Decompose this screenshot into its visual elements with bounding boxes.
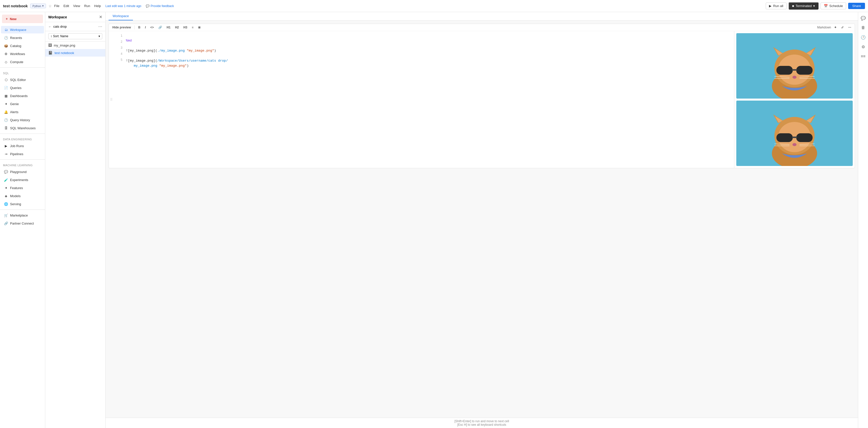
delete-icon[interactable]: 🗑 <box>859 24 867 32</box>
file-name: my_image.png <box>54 44 75 47</box>
sidebar-item-query-history[interactable]: 🕐 Query History <box>1 116 44 124</box>
h3-button[interactable]: H3 <box>182 25 189 30</box>
list-button[interactable]: ≡ <box>190 25 195 30</box>
compute-icon: ◇ <box>4 60 8 64</box>
star-button[interactable]: ☆ <box>49 4 52 8</box>
sort-selector[interactable]: ↕ Sort: Name ▾ <box>48 33 102 39</box>
hide-preview-button[interactable]: Hide preview <box>111 25 132 30</box>
sidebar-item-serving[interactable]: 🌐 Serving <box>1 200 44 208</box>
sidebar-item-job-runs[interactable]: ▶ Job Runs <box>1 142 44 150</box>
sql-section-label: SQL <box>0 69 45 76</box>
menu-view[interactable]: View <box>73 4 80 8</box>
notebook-area: Hide preview B I <> 🔗 H1 H2 H3 ≡ ≣ Markd… <box>105 21 858 418</box>
sidebar-item-sql-editor[interactable]: ⬡ SQL Editor <box>1 76 44 84</box>
ordered-list-button[interactable]: ≣ <box>196 25 202 30</box>
new-button[interactable]: ＋ New <box>2 15 43 23</box>
terminated-button[interactable]: ■ Terminated ▾ <box>788 2 818 9</box>
language-selector[interactable]: Python ▾ <box>30 3 46 8</box>
nav-sidebar: ＋ New 🗂 Workspace 🕐 Recents 📦 Catalog ⚙ … <box>0 12 45 428</box>
sidebar-item-models[interactable]: ◈ Models <box>1 192 44 200</box>
sql-editor-icon: ⬡ <box>4 78 8 82</box>
file-panel: Workspace ✕ ← cats drop ⋯ ↕ Sort: Name ▾… <box>45 12 105 428</box>
file-item[interactable]: 🖼 my_image.png <box>45 41 105 49</box>
sidebar-item-playground[interactable]: 💬 Playground <box>1 168 44 175</box>
breadcrumb-name: cats drop <box>53 25 67 28</box>
sidebar-item-pipelines[interactable]: ⇒ Pipelines <box>1 150 44 158</box>
sidebar-item-recents[interactable]: 🕐 Recents <box>1 34 44 41</box>
sort-bar: ↕ Sort: Name ▾ <box>45 31 105 41</box>
job-runs-icon: ▶ <box>4 144 8 148</box>
sidebar-item-workspace[interactable]: 🗂 Workspace <box>1 26 44 33</box>
menu-bar: File Edit View Run Help <box>54 4 101 8</box>
sidebar-item-marketplace[interactable]: 🛒 Marketplace <box>1 211 44 219</box>
svg-rect-9 <box>796 66 813 75</box>
alerts-icon: 🔔 <box>4 110 8 114</box>
play-icon: ▶ <box>769 4 772 8</box>
menu-help[interactable]: Help <box>94 4 101 8</box>
line-number: 5 <box>121 57 122 62</box>
sidebar-item-features[interactable]: ✦ Features <box>1 184 44 192</box>
line-number: 3 <box>121 45 122 50</box>
tab-workspace[interactable]: Workspace <box>108 12 133 20</box>
sidebar-item-catalog[interactable]: 📦 Catalog <box>1 42 44 50</box>
shortcut-hint-1: [Shift+Enter] to run and move to next ce… <box>108 420 855 423</box>
sidebar-item-alerts[interactable]: 🔔 Alerts <box>1 108 44 116</box>
menu-file[interactable]: File <box>54 4 60 8</box>
line-number: 1 <box>121 33 122 38</box>
menu-edit[interactable]: Edit <box>64 4 69 8</box>
cell-code-editor[interactable]: %md ![my_image.png](./my_image.png "my_i… <box>124 31 734 168</box>
sidebar-item-workflows[interactable]: ⚙ Workflows <box>1 50 44 58</box>
plus-icon: ＋ <box>5 17 8 21</box>
share-button[interactable]: Share <box>848 3 865 9</box>
pipelines-icon: ⇒ <box>4 152 8 156</box>
feedback-button[interactable]: 💬 Provide feedback <box>146 4 174 8</box>
catalog-icon: 📦 <box>4 44 8 48</box>
settings-icon[interactable]: ⚙ <box>859 43 867 51</box>
file-name: test notebook <box>55 51 74 55</box>
sidebar-item-genie[interactable]: ✦ Genie <box>1 100 44 108</box>
link-button[interactable]: 🔗 <box>157 25 164 30</box>
chat-icon: 💬 <box>146 4 150 8</box>
file-panel-title: Workspace <box>48 15 67 19</box>
file-item[interactable]: 📓 test notebook <box>45 49 105 57</box>
stop-icon: ■ <box>792 4 794 8</box>
expand-button[interactable]: ⤢ <box>840 25 845 30</box>
sidebar-item-dashboards[interactable]: ▦ Dashboards <box>1 92 44 99</box>
extensions-icon[interactable]: ≡≡ <box>859 52 867 60</box>
sidebar-item-partner-connect[interactable]: 🔗 Partner Connect <box>1 220 44 227</box>
h2-button[interactable]: H2 <box>174 25 180 30</box>
file-list: 🖼 my_image.png 📓 test notebook <box>45 41 105 428</box>
cell-drag-handle[interactable]: ⠿ <box>109 31 114 168</box>
sidebar-item-experiments[interactable]: 🧪 Experiments <box>1 176 44 183</box>
schedule-button[interactable]: 📅 Schedule <box>820 2 846 9</box>
marketplace-icon: 🛒 <box>4 213 8 217</box>
cat-image-2 <box>736 101 853 166</box>
line-number: 4 <box>121 51 122 56</box>
back-button[interactable]: ← <box>48 25 52 29</box>
h1-button[interactable]: H1 <box>165 25 172 30</box>
svg-rect-24 <box>777 133 793 142</box>
code-button[interactable]: <> <box>149 25 155 30</box>
sidebar-item-sql-warehouses[interactable]: 🗄 SQL Warehouses <box>1 124 44 132</box>
cell-gutter: 1 2 3 4 5 <box>114 31 124 168</box>
svg-rect-25 <box>796 133 813 142</box>
more-options-button[interactable]: ⋯ <box>98 24 102 29</box>
serving-icon: 🌐 <box>4 202 8 206</box>
sidebar-item-queries[interactable]: 📄 Queries <box>1 84 44 91</box>
italic-button[interactable]: I <box>144 25 147 30</box>
svg-point-27 <box>793 143 797 146</box>
file-panel-close-button[interactable]: ✕ <box>99 15 102 19</box>
workflows-icon: ⚙ <box>4 52 8 56</box>
history-icon[interactable]: 🕐 <box>859 33 867 41</box>
more-button[interactable]: ⋯ <box>847 25 853 30</box>
run-all-button[interactable]: ▶ Run all <box>766 2 786 9</box>
sidebar-item-compute[interactable]: ◇ Compute <box>1 58 44 66</box>
last-edit-link[interactable]: Last edit was 1 minute ago <box>105 4 142 8</box>
menu-run[interactable]: Run <box>84 4 90 8</box>
chat-panel-icon[interactable]: 💬 <box>859 14 867 22</box>
models-icon: ◈ <box>4 194 8 198</box>
bold-button[interactable]: B <box>137 25 142 30</box>
file-breadcrumb: ← cats drop ⋯ <box>45 22 105 31</box>
right-panel: 💬 🗑 🕐 ⚙ ≡≡ <box>858 12 868 428</box>
magic-button[interactable]: ✦ <box>833 25 838 30</box>
